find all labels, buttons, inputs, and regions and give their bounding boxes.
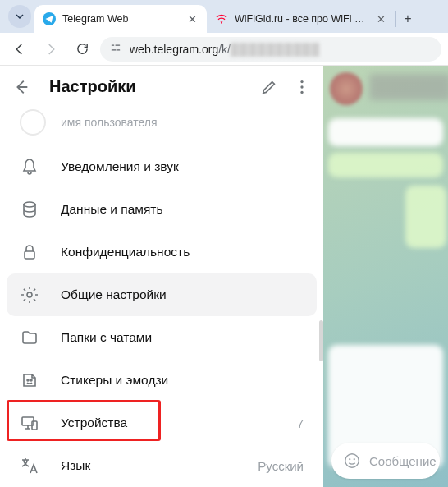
lang-icon [20,456,39,476]
nav-reload-button[interactable] [69,36,95,62]
url-input[interactable]: web.telegram.org/k/██████████ [100,37,441,62]
menu-label: Данные и память [61,202,304,217]
menu-label: Устройства [61,416,276,430]
chat-avatar [330,72,363,105]
menu-item-lang[interactable]: ЯзыкРусский [7,444,317,487]
settings-menu-list: Уведомления и звукДанные и памятьКонфиде… [0,145,323,487]
svg-rect-2 [112,45,115,46]
menu-item-gear[interactable]: Общие настройки [7,273,317,316]
site-settings-icon[interactable] [110,42,121,56]
telegram-favicon [43,12,56,25]
chat-background: Сообщение [323,66,448,487]
menu-item-lock[interactable]: Конфиденциальность [7,231,317,273]
profile-username-row[interactable]: имя пользователя [0,108,323,145]
folder-icon [20,328,39,347]
browser-address-bar: web.telegram.org/k/██████████ [0,33,448,66]
svg-point-16 [345,454,359,468]
new-tab-button[interactable]: + [396,7,419,30]
svg-point-9 [24,202,35,207]
more-menu-button[interactable] [286,71,318,103]
menu-item-data[interactable]: Данные и память [7,188,317,231]
menu-label: Уведомления и звук [61,159,304,174]
svg-point-18 [354,458,355,460]
svg-point-7 [300,85,303,88]
at-icon [20,109,46,136]
nav-forward-button[interactable] [38,36,64,62]
browser-tab-active[interactable]: Telegram Web ✕ [34,5,207,33]
menu-label: Конфиденциальность [61,245,304,260]
browser-tab-inactive[interactable]: WiFiGid.ru - все про WiFi и бе ✕ [207,5,395,33]
svg-rect-4 [112,49,117,50]
message-bubble [328,153,443,177]
message-bubble [328,118,443,146]
composer-placeholder: Сообщение [369,454,437,468]
url-text: web.telegram.org/k/██████████ [130,43,320,56]
data-icon [20,200,39,219]
tab-title: WiFiGid.ru - все про WiFi и бе [235,13,368,25]
svg-rect-5 [117,49,121,50]
lock-icon [20,242,39,262]
menu-label: Язык [61,458,236,473]
nav-back-button[interactable] [7,36,33,62]
chat-header-blur [369,74,448,100]
wifi-favicon [215,12,228,25]
svg-point-8 [300,90,303,93]
message-bubble [405,186,446,248]
message-composer[interactable]: Сообщение [331,443,440,479]
svg-point-12 [27,379,29,381]
settings-panel: Настройки имя пользователя Уведомления и… [0,66,323,487]
bell-icon [20,157,39,177]
menu-item-devices[interactable]: Устройства7 [7,402,317,444]
gear-icon [20,285,39,305]
tab-close-icon[interactable]: ✕ [185,12,199,25]
svg-rect-10 [25,251,34,259]
svg-rect-3 [115,45,120,46]
app-root: Настройки имя пользователя Уведомления и… [0,66,448,487]
profile-sub-label: имя пользователя [61,116,158,129]
menu-value: 7 [297,416,304,430]
browser-tab-strip: Telegram Web ✕ WiFiGid.ru - все про WiFi… [0,0,448,33]
sticker-icon [20,370,39,390]
svg-point-17 [349,458,350,460]
edit-button[interactable] [253,71,286,103]
menu-label: Папки с чатами [61,330,304,345]
svg-point-11 [27,292,32,297]
menu-item-bell[interactable]: Уведомления и звук [7,145,317,188]
settings-title: Настройки [49,77,253,96]
tab-close-icon[interactable]: ✕ [374,12,387,25]
tab-title: Telegram Web [62,13,179,25]
menu-item-sticker[interactable]: Стикеры и эмодзи [7,359,317,402]
menu-value: Русский [258,459,304,473]
back-button[interactable] [5,71,38,103]
svg-point-13 [30,379,32,381]
menu-label: Стикеры и эмодзи [61,373,304,388]
menu-label: Общие настройки [61,287,304,302]
svg-point-1 [221,22,222,24]
settings-header: Настройки [0,66,323,108]
tab-dropdown-button[interactable] [8,5,31,28]
menu-item-folder[interactable]: Папки с чатами [7,316,317,359]
svg-point-6 [300,80,303,82]
devices-icon [20,413,39,433]
emoji-icon[interactable] [343,452,361,470]
